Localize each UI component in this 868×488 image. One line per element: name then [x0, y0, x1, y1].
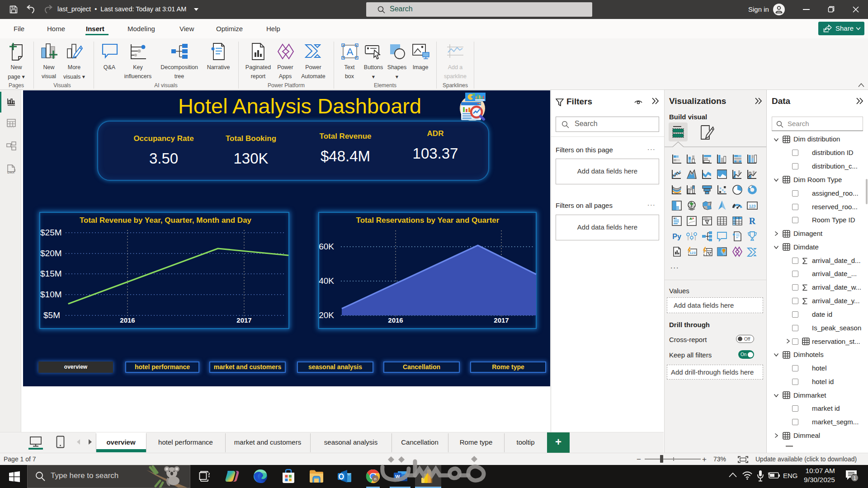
svg-text:n: n — [374, 477, 376, 481]
svg-text:R: R — [749, 216, 756, 226]
svg-text:DAX: DAX — [7, 170, 14, 174]
svg-text:A: A — [347, 46, 354, 57]
svg-text:123: 123 — [749, 204, 755, 208]
svg-text:Py: Py — [672, 233, 681, 240]
